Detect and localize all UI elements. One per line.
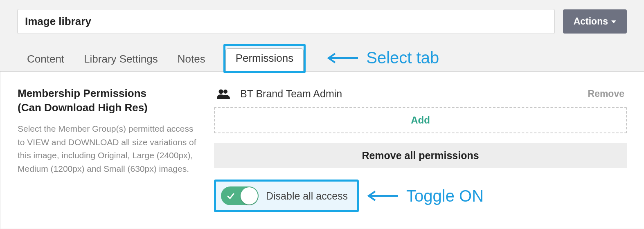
annotation-highlight-toggle: Disable all access xyxy=(214,180,359,212)
svg-point-2 xyxy=(223,90,227,94)
users-icon xyxy=(216,89,230,99)
arrow-left-icon xyxy=(326,52,359,64)
tab-content[interactable]: Content xyxy=(25,49,66,71)
tab-notes[interactable]: Notes xyxy=(176,49,207,71)
remove-all-permissions-button[interactable]: Remove all permissions xyxy=(214,143,627,168)
permissions-right-column: BT Brand Team Admin Remove Add Remove al… xyxy=(214,86,627,212)
member-group-row: BT Brand Team Admin Remove xyxy=(214,86,627,107)
permissions-title-line2: (Can Download High Res) xyxy=(18,101,148,114)
permissions-description: Select the Member Group(s) permitted acc… xyxy=(18,122,198,175)
disable-all-access-row: Disable all access Toggle ON xyxy=(214,180,627,212)
permissions-title-line1: Membership Permissions xyxy=(18,87,146,99)
add-group-button[interactable]: Add xyxy=(214,107,627,133)
caret-down-icon xyxy=(611,20,616,23)
toggle-knob xyxy=(241,187,258,204)
permissions-panel: Membership Permissions (Can Download Hig… xyxy=(0,72,644,229)
actions-button[interactable]: Actions xyxy=(563,9,627,34)
remove-group-link[interactable]: Remove xyxy=(588,88,624,99)
permissions-title: Membership Permissions (Can Download Hig… xyxy=(18,86,198,115)
library-title-input[interactable] xyxy=(17,9,555,34)
annotation-toggle-on-text: Toggle ON xyxy=(406,187,484,205)
annotation-toggle-on: Toggle ON xyxy=(366,187,484,205)
annotation-highlight-tab: Permissions xyxy=(223,44,306,73)
permissions-left-column: Membership Permissions (Can Download Hig… xyxy=(18,86,198,212)
annotation-select-tab-text: Select tab xyxy=(366,49,439,67)
disable-all-access-label: Disable all access xyxy=(266,190,348,202)
tabs-row: Content Library Settings Notes Permissio… xyxy=(0,34,644,72)
actions-label: Actions xyxy=(574,16,608,27)
disable-all-access-toggle[interactable] xyxy=(221,186,259,205)
check-icon xyxy=(227,192,235,200)
tab-permissions-wrap: Permissions xyxy=(223,44,306,71)
svg-point-1 xyxy=(219,89,223,94)
header-bar: Actions xyxy=(0,0,644,34)
tab-permissions[interactable]: Permissions xyxy=(225,48,304,71)
member-group-name: BT Brand Team Admin xyxy=(240,88,588,100)
annotation-select-tab: Select tab xyxy=(326,49,439,67)
tab-library-settings[interactable]: Library Settings xyxy=(82,49,160,71)
arrow-left-icon xyxy=(366,190,399,202)
